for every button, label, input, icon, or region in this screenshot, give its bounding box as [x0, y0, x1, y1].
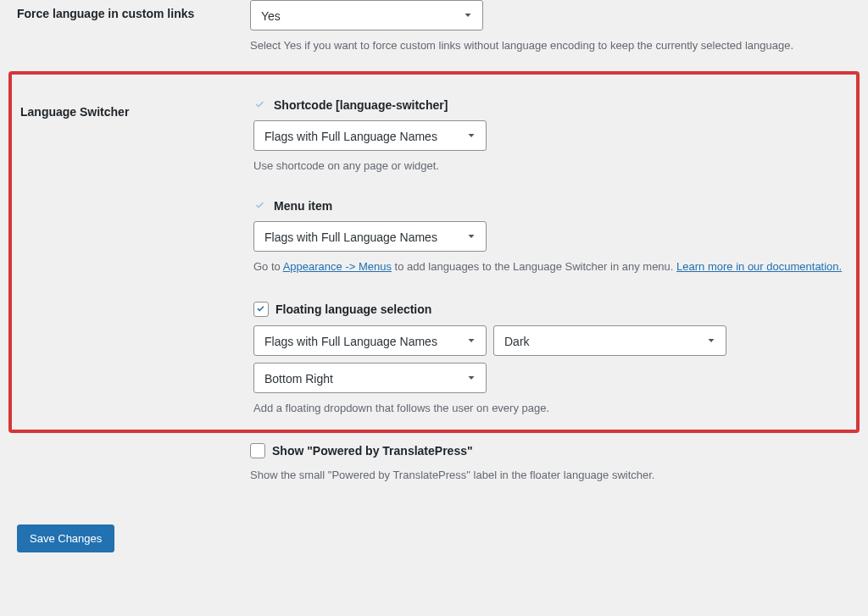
menu-item-block: Menu item Flags with Full Language Names… — [253, 199, 848, 276]
save-changes-button[interactable]: Save Changes — [17, 524, 114, 552]
language-switcher-section: Language Switcher Shortcode [language-sw… — [8, 71, 860, 434]
shortcode-title: Shortcode [language-switcher] — [274, 98, 448, 112]
floating-display-select[interactable]: Flags with Full Language Names — [253, 325, 487, 356]
powered-by-description: Show the small "Powered by TranslatePres… — [250, 467, 851, 484]
powered-by-checkbox[interactable] — [250, 443, 265, 458]
appearance-menus-link[interactable]: Appearance -> Menus — [283, 260, 392, 273]
powered-by-title: Show "Powered by TranslatePress" — [272, 444, 473, 458]
learn-more-link[interactable]: Learn more in our documentation. — [676, 260, 842, 273]
language-switcher-label: Language Switcher — [20, 98, 253, 417]
menu-item-select[interactable]: Flags with Full Language Names — [253, 221, 487, 252]
force-language-select[interactable]: Yes — [250, 0, 483, 31]
floating-description: Add a floating dropdown that follows the… — [253, 400, 848, 417]
shortcode-block: Shortcode [language-switcher] Flags with… — [253, 98, 848, 175]
menu-item-title: Menu item — [274, 199, 332, 213]
floating-position-select[interactable]: Bottom Right — [253, 363, 487, 393]
floating-checkbox[interactable] — [253, 302, 269, 317]
floating-block: Floating language selection Flags with F… — [253, 302, 848, 417]
menu-item-description: Go to Appearance -> Menus to add languag… — [253, 258, 848, 276]
shortcode-description: Use shortcode on any page or widget. — [253, 158, 848, 175]
check-icon — [253, 199, 267, 213]
floating-theme-select[interactable]: Dark — [493, 325, 726, 356]
powered-by-row: Show "Powered by TranslatePress" Show th… — [17, 443, 851, 501]
check-icon — [253, 98, 267, 112]
force-language-description: Select Yes if you want to force custom l… — [250, 37, 851, 54]
floating-title: Floating language selection — [275, 302, 431, 316]
shortcode-select[interactable]: Flags with Full Language Names — [253, 120, 487, 151]
force-language-row: Force language in custom links Yes Selec… — [17, 0, 851, 71]
force-language-label: Force language in custom links — [17, 0, 250, 54]
